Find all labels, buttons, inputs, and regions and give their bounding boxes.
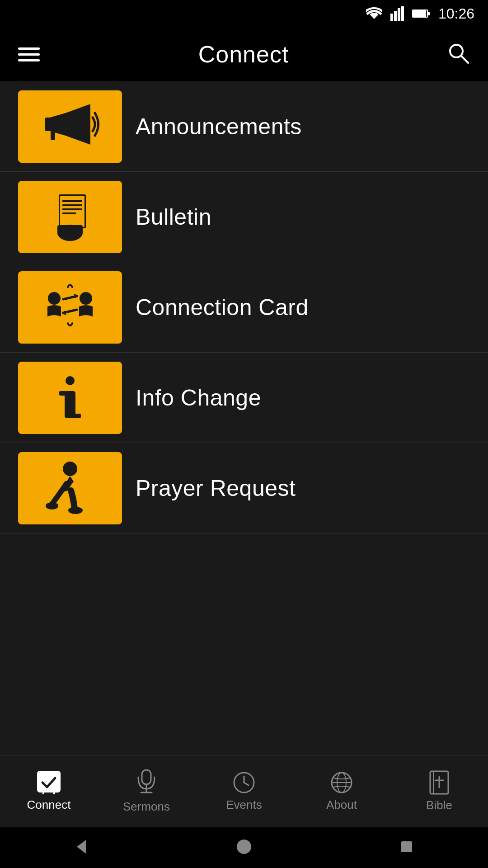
menu-list: Announcements Bulletin (0, 81, 488, 755)
svg-point-30 (63, 462, 77, 476)
svg-rect-5 (428, 12, 430, 15)
svg-rect-13 (51, 131, 55, 140)
info-icon-box (18, 362, 122, 434)
svg-rect-3 (401, 6, 404, 21)
announcements-label: Announcements (136, 113, 302, 140)
home-button[interactable] (235, 838, 253, 858)
battery-icon (412, 9, 430, 19)
svg-rect-21 (57, 225, 83, 234)
wifi-icon (366, 7, 382, 20)
search-button[interactable] (447, 42, 470, 66)
nav-item-connect[interactable]: Connect (0, 771, 98, 812)
menu-item-announcements[interactable]: Announcements (0, 81, 488, 172)
svg-point-22 (48, 292, 61, 305)
svg-rect-35 (142, 770, 151, 784)
menu-item-prayer-request[interactable]: Prayer Request (0, 443, 488, 533)
connect-nav-icon (37, 771, 61, 794)
events-nav-icon (232, 771, 256, 794)
svg-point-23 (80, 292, 92, 305)
svg-rect-7 (413, 10, 426, 17)
svg-rect-27 (65, 391, 75, 418)
sermons-nav-icon (136, 769, 156, 796)
svg-rect-28 (59, 391, 66, 396)
nav-about-label: About (326, 798, 357, 812)
svg-point-49 (237, 840, 251, 854)
svg-point-31 (46, 502, 58, 509)
bulletin-icon-box (18, 181, 122, 253)
svg-rect-11 (45, 118, 51, 131)
bulletin-icon (43, 190, 97, 244)
status-bar: 10:26 (0, 0, 488, 27)
prayer-request-label: Prayer Request (136, 475, 296, 501)
prayer-icon (38, 459, 102, 518)
svg-rect-19 (62, 212, 76, 214)
status-time: 10:26 (438, 5, 474, 22)
signal-icon (390, 6, 404, 21)
menu-item-bulletin[interactable]: Bulletin (0, 172, 488, 262)
nav-events-label: Events (226, 798, 262, 812)
connection-card-label: Connection Card (136, 294, 309, 321)
svg-line-9 (461, 56, 468, 63)
hamburger-menu-button[interactable] (18, 47, 40, 61)
system-nav-bar (0, 827, 488, 868)
announcements-icon-box (18, 90, 122, 163)
recents-button[interactable] (398, 838, 416, 858)
svg-rect-18 (62, 208, 82, 210)
menu-item-connection-card[interactable]: Connection Card (0, 262, 488, 353)
nav-item-bible[interactable]: Bible (390, 770, 488, 812)
connection-icon-box (18, 271, 122, 344)
info-change-label: Info Change (136, 385, 261, 411)
info-icon (52, 371, 88, 425)
status-icons: 10:26 (366, 5, 474, 22)
nav-item-about[interactable]: About (293, 771, 390, 812)
megaphone-icon (41, 102, 99, 151)
svg-rect-50 (401, 841, 412, 852)
svg-point-32 (68, 507, 83, 514)
menu-item-info-change[interactable]: Info Change (0, 353, 488, 443)
svg-rect-17 (62, 204, 82, 206)
main-content: Announcements Bulletin (0, 81, 488, 755)
nav-item-events[interactable]: Events (195, 771, 293, 812)
nav-sermons-label: Sermons (123, 800, 170, 814)
svg-line-40 (244, 783, 249, 785)
bible-nav-icon (429, 770, 450, 795)
back-button[interactable] (72, 838, 90, 858)
bottom-nav: Connect Sermons Events (0, 755, 488, 827)
about-nav-icon (330, 771, 353, 794)
nav-connect-label: Connect (27, 798, 71, 812)
svg-marker-48 (77, 840, 86, 854)
svg-rect-1 (394, 11, 397, 21)
app-header: Connect (0, 27, 488, 81)
connection-icon (38, 280, 102, 335)
page-title: Connect (198, 41, 289, 68)
nav-item-sermons[interactable]: Sermons (98, 769, 195, 814)
nav-bible-label: Bible (426, 798, 452, 812)
svg-point-26 (66, 376, 75, 385)
svg-rect-29 (74, 414, 81, 418)
svg-rect-16 (62, 200, 82, 202)
svg-rect-0 (390, 14, 393, 21)
bulletin-label: Bulletin (136, 204, 211, 230)
prayer-icon-box (18, 452, 122, 524)
svg-marker-12 (66, 104, 90, 145)
svg-rect-2 (398, 8, 400, 21)
